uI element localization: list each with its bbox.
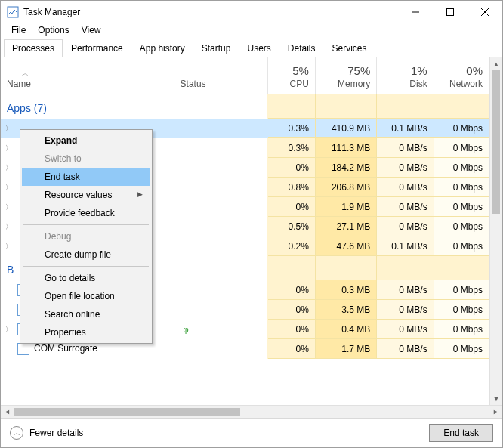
vertical-scrollbar[interactable]: ▲ ▼ [489, 57, 502, 405]
minimize-button[interactable] [398, 1, 433, 23]
scroll-up-icon[interactable]: ▲ [490, 57, 502, 70]
scroll-down-icon[interactable]: ▼ [490, 392, 502, 405]
ctx-debug: Debug [22, 227, 150, 246]
ctx-end-task[interactable]: End task [22, 168, 150, 186]
expand-icon[interactable]: 〉 [4, 144, 13, 153]
menu-file[interactable]: File [5, 23, 32, 39]
process-icon [17, 343, 29, 355]
scroll-left-icon[interactable]: ◄ [1, 406, 14, 418]
ctx-search-online[interactable]: Search online [22, 305, 150, 323]
separator [23, 224, 149, 225]
tab-startup[interactable]: Startup [193, 39, 239, 57]
leaf-icon: φ [184, 325, 189, 334]
expand-icon[interactable]: 〉 [4, 163, 13, 173]
sort-indicator-icon: ︿ [22, 69, 29, 79]
tab-services[interactable]: Services [324, 39, 375, 57]
end-task-button[interactable]: End task [429, 424, 493, 442]
tab-details[interactable]: Details [279, 39, 324, 57]
col-name[interactable]: ︿Name [1, 57, 174, 94]
tab-processes[interactable]: Processes [4, 39, 63, 57]
context-menu[interactable]: ExpandSwitch toEnd taskResource values▶P… [20, 129, 153, 344]
chevron-up-icon: ︿ [10, 426, 23, 440]
col-network[interactable]: 0%Network [434, 57, 489, 94]
expand-icon[interactable]: 〉 [4, 242, 13, 252]
svg-rect-2 [447, 9, 454, 16]
fewer-details-button[interactable]: ︿ Fewer details [10, 426, 83, 440]
expand-icon[interactable]: 〉 [4, 183, 13, 193]
footer: ︿ Fewer details End task [1, 418, 502, 447]
ctx-properties[interactable]: Properties [22, 323, 150, 341]
maximize-button[interactable] [433, 1, 468, 23]
close-button[interactable] [468, 1, 502, 23]
chevron-right-icon: ▶ [137, 190, 143, 198]
expand-icon[interactable]: 〉 [4, 124, 13, 134]
ctx-resource-values[interactable]: Resource values▶ [22, 186, 150, 204]
app-icon [7, 6, 19, 18]
scroll-right-icon[interactable]: ► [489, 406, 502, 418]
menu-options[interactable]: Options [32, 23, 75, 39]
col-disk[interactable]: 1%Disk [377, 57, 434, 94]
group-apps[interactable]: Apps (7) [1, 94, 489, 119]
expand-icon[interactable]: 〉 [4, 325, 13, 335]
tab-users[interactable]: Users [239, 39, 279, 57]
tabs: Processes Performance App history Startu… [1, 39, 502, 57]
titlebar: Task Manager [1, 1, 502, 23]
ctx-open-file-location[interactable]: Open file location [22, 287, 150, 305]
col-memory[interactable]: 75%Memory [315, 57, 376, 94]
menubar: File Options View [1, 23, 502, 39]
col-status[interactable]: Status [174, 57, 267, 94]
col-cpu[interactable]: 5%CPU [267, 57, 315, 94]
scroll-thumb[interactable] [492, 70, 500, 214]
ctx-provide-feedback[interactable]: Provide feedback [22, 204, 150, 222]
ctx-switch-to: Switch to [22, 150, 150, 168]
ctx-expand[interactable]: Expand [22, 131, 150, 150]
expand-icon[interactable]: 〉 [4, 222, 13, 232]
tab-performance[interactable]: Performance [63, 39, 131, 57]
window-title: Task Manager [23, 7, 398, 17]
ctx-create-dump-file[interactable]: Create dump file [22, 246, 150, 264]
horizontal-scrollbar[interactable]: ◄ ► [1, 405, 502, 418]
expand-icon[interactable]: 〉 [4, 202, 13, 212]
scroll-thumb-h[interactable] [14, 408, 240, 416]
ctx-go-to-details[interactable]: Go to details [22, 269, 150, 287]
tab-app-history[interactable]: App history [131, 39, 193, 57]
separator [23, 266, 149, 267]
menu-view[interactable]: View [76, 23, 107, 39]
